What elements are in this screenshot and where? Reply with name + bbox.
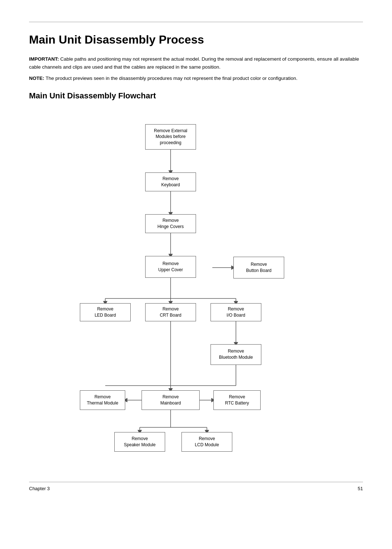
box-io-board: Remove I/O Board bbox=[211, 303, 261, 321]
footer: Chapter 3 51 bbox=[29, 482, 363, 491]
important-paragraph: IMPORTANT: Cable paths and positioning m… bbox=[29, 55, 363, 71]
important-label: IMPORTANT: bbox=[29, 56, 59, 62]
box-rtc-battery: Remove RTC Battery bbox=[213, 390, 261, 410]
footer-page-number: 51 bbox=[358, 486, 363, 491]
box-speaker-module: Remove Speaker Module bbox=[114, 432, 165, 452]
box-external-modules: Remove External Modules before proceedin… bbox=[145, 124, 196, 150]
box-thermal-module: Remove Thermal Module bbox=[80, 390, 125, 410]
box-lcd-module: Remove LCD Module bbox=[181, 432, 232, 452]
note-label: NOTE: bbox=[29, 76, 44, 81]
footer-chapter: Chapter 3 bbox=[29, 486, 50, 491]
note-paragraph: NOTE: The product previews seen in the d… bbox=[29, 74, 363, 82]
flowchart-arrows bbox=[29, 111, 363, 467]
section-title: Main Unit Disassembly Flowchart bbox=[29, 91, 363, 101]
box-button-board: Remove Button Board bbox=[233, 257, 284, 278]
box-mainboard: Remove Mainboard bbox=[142, 390, 200, 410]
page-title: Main Unit Disassembly Process bbox=[29, 33, 363, 46]
flowchart: Remove External Modules before proceedin… bbox=[29, 111, 363, 467]
box-bluetooth-module: Remove Bluetooth Module bbox=[211, 344, 261, 365]
box-upper-cover: Remove Upper Cover bbox=[145, 256, 196, 278]
box-led-board: Remove LED Board bbox=[80, 303, 131, 321]
box-crt-board: Remove CRT Board bbox=[145, 303, 196, 321]
top-rule bbox=[29, 22, 363, 22]
note-body: The product previews seen in the disasse… bbox=[44, 76, 298, 81]
box-hinge-covers: Remove Hinge Covers bbox=[145, 214, 196, 233]
box-keyboard: Remove Keyboard bbox=[145, 172, 196, 191]
page: Main Unit Disassembly Process IMPORTANT:… bbox=[0, 0, 392, 549]
important-body: Cable paths and positioning may not repr… bbox=[29, 56, 359, 70]
